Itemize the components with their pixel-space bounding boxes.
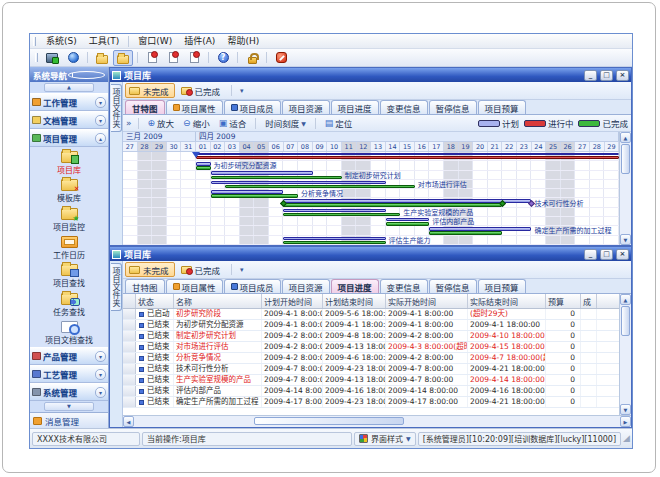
tab-项目预算[interactable]: 项目预算 — [478, 279, 526, 293]
menu-item[interactable]: 插件(A) — [178, 34, 221, 48]
toolbar-button-computer[interactable] — [42, 50, 62, 66]
scroll-up-arrow[interactable]: ▲ — [620, 294, 631, 305]
tab-项目进度[interactable]: 项目进度 — [331, 100, 379, 114]
tab-project-folder[interactable]: 项目文件夹 — [111, 84, 122, 132]
close-button[interactable]: × — [616, 70, 629, 81]
scroll-thumb[interactable] — [621, 306, 630, 336]
sidebar-item-项目监控[interactable]: 项目监控 — [30, 206, 108, 234]
chevron-down-icon[interactable]: ▾ — [95, 97, 106, 108]
chevron-down-icon[interactable]: ▾ — [95, 369, 106, 380]
gantt-plan-bar[interactable] — [386, 218, 430, 222]
time-scale-dropdown[interactable]: 时间刻度▼ — [262, 116, 309, 130]
style-selector[interactable]: 界面样式 ▼ — [354, 432, 416, 446]
menu-item[interactable]: 系统(S) — [40, 34, 83, 48]
sidebar-group-产品管理[interactable]: 产品管理▾ — [30, 347, 108, 365]
gantt-done-bar[interactable] — [211, 176, 342, 180]
tab-项目属性[interactable]: 项目属性 — [166, 100, 223, 114]
sidebar-item-任务查找[interactable]: 任务查找 — [30, 290, 108, 318]
sidebar-item-工作日历[interactable]: 工作日历 — [30, 234, 108, 262]
gantt-done-bar[interactable] — [283, 203, 502, 207]
toolbar-button-stop[interactable] — [271, 50, 291, 66]
gantt-done-bar[interactable] — [283, 241, 385, 245]
tab-项目属性[interactable]: 项目属性 — [166, 279, 223, 293]
scroll-thumb[interactable] — [254, 417, 404, 425]
table-row[interactable]: 已结束对市场进行评估2009-4-2 8:00:002009-4-13 18:0… — [123, 342, 619, 353]
overflow-chevron-icon[interactable] — [126, 118, 132, 128]
sidebar-item-项目库[interactable]: 项目库 — [30, 149, 108, 177]
table-row[interactable]: 已结束生产实验室规模的产品2009-4-7 8:00:002009-4-13 1… — [123, 375, 619, 386]
sidebar-item-模板库[interactable]: 模板库 — [30, 177, 108, 205]
finished-filter-button[interactable]: 已完成 — [177, 262, 227, 277]
gantt-done-bar[interactable] — [211, 194, 299, 198]
scroll-left-arrow[interactable]: ◀ — [123, 416, 134, 427]
chevron-down-icon[interactable]: ▾ — [95, 351, 106, 362]
toolbar-button-report-1[interactable] — [142, 50, 162, 66]
scroll-up-arrow[interactable]: ▲ — [620, 132, 631, 143]
close-button[interactable]: × — [616, 249, 629, 260]
scroll-down-arrow[interactable]: ▼ — [620, 404, 631, 415]
zoom-in-button[interactable]: ⊕放大 — [145, 116, 178, 130]
toolbar-overflow-button[interactable]: ▾ — [237, 87, 247, 95]
unfinished-filter-button[interactable]: 未完成 — [125, 262, 175, 277]
gantt-vertical-scrollbar[interactable]: ▲ ▼ — [619, 132, 631, 245]
gantt-done-bar[interactable] — [196, 166, 211, 170]
gantt-plan-bar[interactable] — [283, 199, 531, 203]
menu-item[interactable]: 窗口(W) — [132, 34, 178, 48]
gantt-progress-bar[interactable] — [196, 156, 619, 160]
gantt-done-bar[interactable] — [429, 231, 502, 235]
sidebar-group-项目管理[interactable]: 项目管理▴ — [30, 129, 108, 147]
toolbar-button-folder-open[interactable] — [113, 50, 133, 66]
tab-项目成员[interactable]: 项目成员 — [224, 100, 281, 114]
gantt-plan-bar[interactable] — [196, 162, 211, 166]
table-row[interactable]: 已启动初步研究阶段2009-4-1 8:00:002009-5-6 18:00:… — [123, 309, 619, 320]
toolbar-button-globe[interactable] — [63, 50, 83, 66]
tab-甘特图[interactable]: 甘特图 — [125, 100, 165, 114]
toolbar-button-lock[interactable] — [242, 50, 262, 66]
gantt-plan-bar[interactable] — [283, 209, 385, 213]
tab-暂停信息[interactable]: 暂停信息 — [429, 279, 477, 293]
resize-grip[interactable]: ◢ — [623, 434, 630, 443]
table-header-状态[interactable]: 状态 — [136, 294, 174, 308]
table-row[interactable]: 已结束技术可行性分析2009-4-7 8:00:002009-4-23 18:0… — [123, 364, 619, 375]
table-header-成[interactable]: 成 — [581, 294, 597, 308]
table-row[interactable]: 已结束评估内部产品2009-4-14 8:00:002009-4-16 18:0… — [123, 386, 619, 397]
table-header-计划结束时间[interactable]: 计划结束时间 — [323, 294, 386, 308]
maximize-button[interactable]: □ — [600, 249, 613, 260]
toolbar-button-report-2[interactable] — [163, 50, 183, 66]
tab-项目成员[interactable]: 项目成员 — [224, 279, 281, 293]
gantt-plan-bar[interactable] — [429, 227, 531, 231]
gantt-plan-bar[interactable] — [211, 190, 284, 194]
table-row[interactable]: 已结束为初步研究分配资源2009-4-1 8:00:002009-4-1 18:… — [123, 320, 619, 331]
table-row[interactable]: 已结束确定生产所需的加工过程2009-4-17 8:00:002009-4-23… — [123, 397, 619, 408]
chevron-up-icon[interactable]: ▴ — [95, 133, 106, 144]
menu-item[interactable]: 帮助(H) — [221, 34, 265, 48]
tab-甘特图[interactable]: 甘特图 — [125, 279, 165, 293]
tab-项目进度[interactable]: 项目进度 — [331, 279, 379, 293]
toolbar-button-folder-closed[interactable] — [92, 50, 112, 66]
tab-项目资源[interactable]: 项目资源 — [282, 100, 330, 114]
toolbar-button-report-3[interactable] — [184, 50, 204, 66]
gantt-done-bar[interactable] — [283, 213, 400, 217]
scroll-right-arrow[interactable]: ▶ — [620, 416, 631, 427]
table-header-预算[interactable]: 预算 — [546, 294, 581, 308]
table-header-名称[interactable]: 名称 — [174, 294, 262, 308]
finished-filter-button[interactable]: 已完成 — [177, 83, 227, 98]
sidebar-scroll-up-button[interactable]: ▲ — [44, 83, 94, 92]
sidebar-tab-messages[interactable]: 消息管理 — [30, 412, 108, 428]
table-header-实际开始时间[interactable]: 实际开始时间 — [386, 294, 468, 308]
sidebar-item-项目查找[interactable]: 项目查找 — [30, 262, 108, 290]
chevron-down-icon[interactable]: ▾ — [95, 115, 106, 126]
gantt-done-bar[interactable] — [225, 185, 415, 189]
sidebar-group-工作管理[interactable]: 工作管理▾ — [30, 93, 108, 111]
tab-项目资源[interactable]: 项目资源 — [282, 279, 330, 293]
tab-变更信息[interactable]: 变更信息 — [380, 100, 428, 114]
table-header-实际结束时间[interactable]: 实际结束时间 — [468, 294, 546, 308]
table-vertical-scrollbar[interactable]: ▲ ▼ — [619, 294, 631, 415]
minimize-button[interactable]: _ — [584, 249, 597, 260]
toolbar-button-help[interactable] — [213, 50, 233, 66]
tab-暂停信息[interactable]: 暂停信息 — [429, 100, 477, 114]
sidebar-item-项目文档查找[interactable]: 项目文档查找 — [30, 319, 108, 347]
menu-item[interactable]: 工具(T) — [83, 34, 126, 48]
sidebar-scroll-down-button[interactable]: ▼ — [44, 402, 94, 411]
gantt-plan-bar[interactable] — [211, 181, 386, 185]
